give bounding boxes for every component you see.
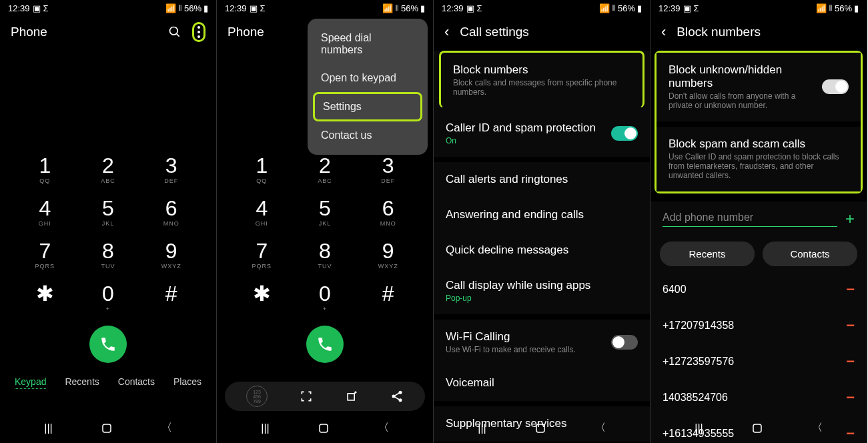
item-wifi-calling[interactable]: Wi-Fi CallingUse Wi-Fi to make and recei… xyxy=(434,320,650,366)
svg-point-4 xyxy=(197,35,200,38)
key-hash[interactable]: # xyxy=(139,276,203,319)
key-5[interactable]: 5JKL xyxy=(294,191,357,234)
call-button[interactable] xyxy=(306,326,344,363)
screen-block-numbers: 12:39 ▣ Σ 📶⫴56%▮ ‹ Block numbers Block u… xyxy=(650,0,867,443)
tab-places[interactable]: Places xyxy=(173,376,201,389)
key-2[interactable]: 2ABC xyxy=(77,148,140,191)
key-9[interactable]: 9WXYZ xyxy=(139,234,203,276)
notif-icon: ▣ xyxy=(250,3,258,13)
remove-icon[interactable]: − xyxy=(846,317,855,334)
recents-button[interactable]: Recents xyxy=(660,242,755,266)
key-6[interactable]: 6MNO xyxy=(356,191,420,234)
add-icon[interactable]: + xyxy=(845,209,855,228)
key-8[interactable]: 8TUV xyxy=(294,234,357,276)
nav-recent-icon[interactable]: ||| xyxy=(44,422,52,434)
notif-icon: Σ xyxy=(43,3,49,13)
back-icon[interactable]: ‹ xyxy=(661,23,666,41)
key-0[interactable]: 0+ xyxy=(294,276,357,319)
svg-line-1 xyxy=(177,34,179,37)
menu-open-keypad[interactable]: Open to keypad xyxy=(308,64,428,92)
battery-icon: ▮ xyxy=(420,3,425,13)
clock: 12:39 xyxy=(8,3,30,13)
status-bar: 12:39 ▣ Σ 📶⫴56%▮ xyxy=(434,0,650,16)
add-phone-input[interactable]: Add phone number xyxy=(663,211,837,227)
action-bar: 123456789 xyxy=(225,382,425,411)
item-block-spam[interactable]: Block spam and scam calls Use Caller ID … xyxy=(657,127,861,191)
signal-icon: ⫴ xyxy=(612,3,616,13)
toggle-caller-id[interactable] xyxy=(611,126,638,141)
nav-home-icon[interactable] xyxy=(751,422,763,434)
key-3[interactable]: 3DEF xyxy=(139,148,203,191)
svg-point-3 xyxy=(197,31,200,33)
keypad: 1QQ 2ABC 3DEF 4GHI 5JKL 6MNO 7PQRS 8TUV … xyxy=(217,148,433,319)
search-icon[interactable] xyxy=(168,25,181,39)
key-4[interactable]: 4GHI xyxy=(13,191,77,234)
remove-icon[interactable]: − xyxy=(846,281,855,298)
menu-speed-dial[interactable]: Speed dial numbers xyxy=(308,24,428,64)
key-8[interactable]: 8TUV xyxy=(77,234,140,276)
item-call-alerts[interactable]: Call alerts and ringtones xyxy=(434,162,650,197)
toggle-wifi-calling[interactable] xyxy=(611,335,638,350)
contacts-button[interactable]: Contacts xyxy=(763,242,857,266)
item-block-unknown[interactable]: Block unknown/hidden numbersDon't allow … xyxy=(657,53,861,121)
status-bar: 12:39 ▣ Σ 📶⫴56%▮ xyxy=(0,0,216,16)
key-1[interactable]: 1QQ xyxy=(13,148,77,191)
nav-back-icon[interactable]: 〈 xyxy=(161,421,172,435)
blocked-number: +17207914358 xyxy=(663,320,734,332)
battery-text: 56% xyxy=(618,3,635,13)
more-icon[interactable] xyxy=(192,22,205,42)
keypad-grid-icon[interactable]: 123456789 xyxy=(246,386,268,407)
nav-back-icon[interactable]: 〈 xyxy=(595,421,606,435)
key-9[interactable]: 9WXYZ xyxy=(356,234,420,276)
share-icon[interactable] xyxy=(390,390,404,403)
item-answering[interactable]: Answering and ending calls xyxy=(434,197,650,233)
key-5[interactable]: 5JKL xyxy=(77,191,140,234)
item-voicemail[interactable]: Voicemail xyxy=(434,366,650,401)
key-0[interactable]: 0+ xyxy=(77,276,140,319)
tab-recents[interactable]: Recents xyxy=(65,376,99,389)
key-6[interactable]: 6MNO xyxy=(139,191,203,234)
nav-home-icon[interactable] xyxy=(534,422,546,434)
menu-settings[interactable]: Settings xyxy=(313,92,422,121)
page-title: Call settings xyxy=(460,25,639,39)
nav-back-icon[interactable]: 〈 xyxy=(378,421,389,435)
item-call-display[interactable]: Call display while using appsPop-up xyxy=(434,268,650,314)
nav-bar: ||| 〈 xyxy=(650,413,867,443)
add-contact-icon[interactable] xyxy=(345,390,358,403)
key-star[interactable]: ✱ xyxy=(230,276,294,319)
toggle-block-unknown[interactable] xyxy=(822,79,849,94)
tab-contacts[interactable]: Contacts xyxy=(118,376,155,389)
nav-recent-icon[interactable]: ||| xyxy=(695,422,703,434)
blocked-number-row: +12723597576− xyxy=(650,344,867,380)
key-star[interactable]: ✱ xyxy=(13,276,77,319)
page-title: Phone xyxy=(11,25,168,39)
tab-keypad[interactable]: Keypad xyxy=(15,376,46,389)
menu-contact-us[interactable]: Contact us xyxy=(308,121,428,149)
item-decline-messages[interactable]: Quick decline messages xyxy=(434,233,650,268)
nav-home-icon[interactable] xyxy=(101,422,113,434)
svg-rect-14 xyxy=(320,424,328,432)
key-7[interactable]: 7PQRS xyxy=(230,234,294,276)
remove-icon[interactable]: − xyxy=(846,389,855,406)
key-1[interactable]: 1QQ xyxy=(230,148,294,191)
nav-back-icon[interactable]: 〈 xyxy=(812,421,823,435)
notif-icon: Σ xyxy=(694,3,699,13)
nav-recent-icon[interactable]: ||| xyxy=(261,422,269,434)
key-7[interactable]: 7PQRS xyxy=(13,234,77,276)
key-hash[interactable]: # xyxy=(356,276,420,319)
call-button[interactable] xyxy=(89,326,127,363)
blocked-number: +12723597576 xyxy=(663,356,734,368)
page-title: Block numbers xyxy=(677,25,856,39)
notif-icon: Σ xyxy=(477,3,482,13)
nav-home-icon[interactable] xyxy=(318,422,330,434)
nav-recent-icon[interactable]: ||| xyxy=(478,422,486,434)
scan-icon[interactable] xyxy=(300,390,313,403)
battery-text: 56% xyxy=(835,3,852,13)
blocked-number-row: 14038524706− xyxy=(650,380,867,416)
item-caller-id[interactable]: Caller ID and spam protectionOn xyxy=(434,111,650,157)
remove-icon[interactable]: − xyxy=(846,353,855,370)
key-4[interactable]: 4GHI xyxy=(230,191,294,234)
item-block-numbers[interactable]: Block numbers Block calls and messages f… xyxy=(439,51,644,108)
notif-icon: ▣ xyxy=(466,3,474,13)
back-icon[interactable]: ‹ xyxy=(444,23,449,41)
